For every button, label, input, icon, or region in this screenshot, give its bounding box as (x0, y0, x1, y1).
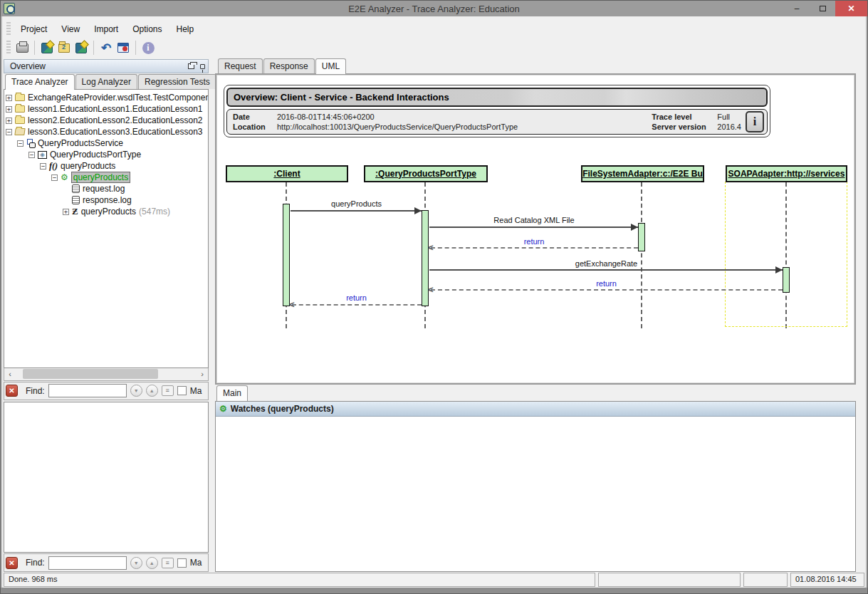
menu-project[interactable]: Project (14, 22, 54, 36)
lifeline-head-soapadapter[interactable]: SOAPAdapter:http://services (726, 165, 847, 182)
tab-regression-tests[interactable]: Regression Tests (138, 74, 216, 89)
tree-item-label[interactable]: ExchangeRateProvider.wsdlTest.TestCompon… (28, 93, 208, 103)
collapse-icon[interactable]: − (28, 152, 35, 158)
lifeline-filesystemadapter (641, 182, 642, 328)
lifeline-head-porttype[interactable]: :QueryProductsPortType (364, 165, 488, 182)
edit-model-icon (75, 43, 87, 53)
return-line[interactable] (292, 304, 422, 306)
tree-item-label[interactable]: QueryProductsService (38, 138, 123, 148)
tree-horizontal-scrollbar[interactable]: ‹ › (4, 368, 209, 381)
tree-item-label[interactable]: lesson1.EducationLesson1.EducationLesson… (28, 104, 203, 114)
toolbar-grip[interactable] (6, 41, 11, 53)
tab-log-analyzer[interactable]: Log Analyzer (75, 74, 137, 89)
service-icon (26, 139, 35, 147)
lifeline-head-filesystemadapter[interactable]: FileSystemAdapter:c:/E2E Bu (581, 165, 704, 182)
collapse-icon[interactable]: − (40, 163, 46, 170)
collapse-icon[interactable]: − (17, 140, 23, 147)
return-line[interactable] (431, 247, 638, 249)
find-previous-button[interactable]: ▲ (146, 557, 158, 569)
message-line-queryproducts[interactable] (291, 210, 422, 212)
return-label[interactable]: return (429, 237, 639, 246)
scroll-left-icon[interactable]: ‹ (4, 370, 16, 378)
menu-grip[interactable] (6, 22, 11, 35)
server-version-value: 2016.4 (717, 123, 741, 131)
collapse-icon[interactable]: − (51, 174, 58, 181)
open-model-button[interactable] (56, 39, 73, 56)
tree-row[interactable]: response.log (6, 194, 208, 206)
edit-model-button[interactable] (73, 39, 90, 56)
return-line[interactable] (431, 289, 783, 291)
match-case-checkbox[interactable] (177, 558, 187, 568)
expand-icon[interactable]: + (63, 209, 69, 215)
message-line-read-catalog[interactable] (429, 226, 638, 228)
activation-soapadapter[interactable] (783, 267, 790, 293)
scrollbar-track[interactable] (16, 368, 197, 380)
tree-row[interactable]: + ExchangeRateProvider.wsdlTest.TestComp… (6, 92, 208, 103)
message-label-queryproducts[interactable]: queryProducts (291, 199, 422, 208)
menu-import[interactable]: Import (87, 22, 125, 36)
menu-help[interactable]: Help (169, 22, 202, 36)
pin-panel-icon[interactable] (200, 64, 205, 69)
expand-icon[interactable]: + (6, 95, 12, 101)
message-label-getexchangerate[interactable]: getExchangeRate (429, 259, 783, 268)
expand-icon[interactable]: + (6, 106, 12, 113)
tree-item-label-selected[interactable]: queryProducts (71, 172, 130, 183)
menu-options[interactable]: Options (125, 22, 169, 36)
find-close-button[interactable]: ✕ (6, 557, 18, 569)
find-input[interactable] (48, 384, 127, 397)
float-panel-icon[interactable] (188, 63, 194, 69)
find-next-button[interactable]: ▼ (130, 557, 142, 569)
find-next-button[interactable]: ▼ (130, 385, 142, 397)
tree-row[interactable]: − lesson3.EducationLesson3.EducationLess… (6, 126, 208, 137)
find-options-button[interactable]: ≡ (162, 558, 174, 568)
find-input[interactable] (48, 556, 127, 570)
return-label[interactable]: return (429, 279, 783, 288)
tree-row[interactable]: − f() queryProducts (6, 160, 208, 172)
activation-client[interactable] (283, 204, 290, 306)
find-close-button[interactable]: ✕ (6, 385, 18, 397)
tree-row[interactable]: + Ƶ queryProducts (547ms) (6, 206, 208, 217)
info-button[interactable]: i (140, 39, 157, 56)
lifeline-head-client[interactable]: :Client (226, 165, 348, 182)
tab-uml[interactable]: UML (315, 58, 346, 74)
arrowhead-icon (775, 266, 783, 273)
find-options-button[interactable]: ≡ (162, 385, 174, 396)
message-line-getexchangerate[interactable] (429, 269, 783, 271)
tree-row[interactable]: + lesson1.EducationLesson1.EducationLess… (6, 103, 208, 115)
toolbar-separator (34, 41, 35, 55)
watches-body[interactable] (216, 417, 855, 571)
print-button[interactable] (14, 39, 31, 56)
report-button[interactable] (115, 39, 132, 56)
tab-response[interactable]: Response (263, 58, 315, 73)
import-model-button[interactable] (38, 39, 56, 56)
scrollbar-thumb[interactable] (23, 369, 158, 379)
find-previous-button[interactable]: ▲ (146, 385, 158, 397)
tree-item-label[interactable]: response.log (83, 195, 132, 205)
scroll-right-icon[interactable]: › (197, 370, 208, 378)
panel-splitter[interactable] (209, 59, 215, 572)
tree-item-label[interactable]: lesson2.EducationLesson2.EducationLesson… (28, 115, 203, 125)
tree-item-label[interactable]: lesson3.EducationLesson3.EducationLesson… (28, 127, 203, 137)
tree-row[interactable]: + lesson2.EducationLesson2.EducationLess… (6, 115, 208, 126)
tree-row[interactable]: request.log (6, 183, 208, 194)
tree-row[interactable]: − QueryProductsService (6, 137, 208, 149)
return-label[interactable]: return (291, 293, 422, 302)
tab-request[interactable]: Request (218, 58, 263, 73)
tree-row[interactable]: − ◈ QueryProductsPortType (6, 149, 208, 160)
undo-button[interactable]: ↶ (98, 39, 115, 56)
activation-filesystemadapter[interactable] (638, 223, 645, 251)
tab-main[interactable]: Main (216, 385, 248, 401)
tree-item-label[interactable]: queryProducts (61, 161, 115, 171)
tree-item-label[interactable]: QueryProductsPortType (50, 150, 141, 160)
match-case-checkbox[interactable] (177, 386, 187, 395)
tree-row-selected[interactable]: − ⚙ queryProducts (6, 172, 208, 183)
collapse-icon[interactable]: − (6, 129, 12, 135)
message-label-read-catalog[interactable]: Read Catalog XML File (429, 216, 639, 224)
tab-trace-analyzer[interactable]: Trace Analyzer (5, 74, 75, 90)
tree-item-label[interactable]: request.log (83, 184, 125, 194)
tree-item-label[interactable]: queryProducts (81, 207, 136, 217)
expand-icon[interactable]: + (6, 118, 12, 124)
diagram-info-button[interactable]: i (746, 111, 764, 132)
menu-view[interactable]: View (54, 22, 87, 36)
trace-gear-icon: ⚙ (61, 173, 68, 182)
